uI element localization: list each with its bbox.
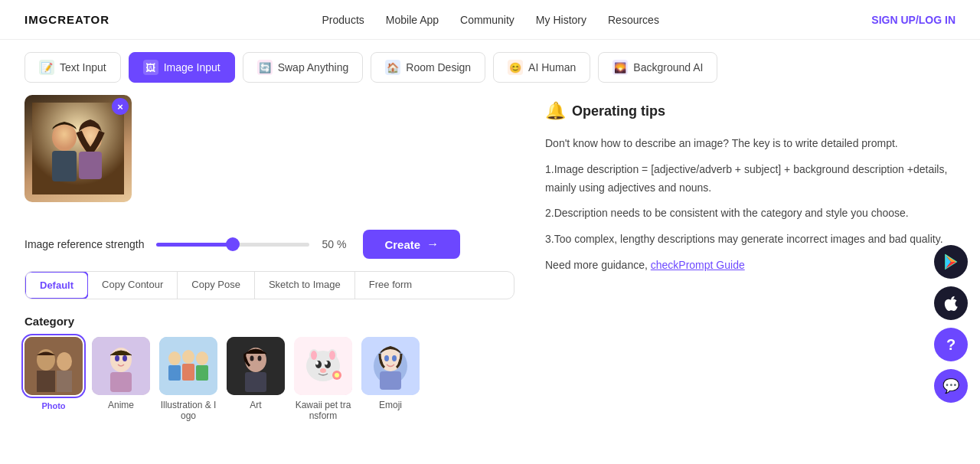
- room-design-icon: 🏠: [385, 60, 400, 75]
- couple-image: [32, 103, 124, 194]
- chat-button[interactable]: 💬: [934, 369, 968, 403]
- svg-point-37: [320, 368, 326, 373]
- prompt-guide-link[interactable]: checkPrompt Guide: [651, 259, 745, 271]
- tab-swap-anything[interactable]: 🔄 Swap Anything: [243, 52, 364, 83]
- svg-rect-26: [245, 372, 266, 392]
- style-tab-copy-contour[interactable]: Copy Contour: [88, 272, 178, 299]
- svg-point-12: [115, 355, 119, 361]
- tab-room-design[interactable]: 🏠 Room Design: [371, 52, 485, 83]
- text-input-icon: 📝: [39, 60, 54, 75]
- style-tab-free-form[interactable]: Free form: [355, 272, 426, 299]
- apple-button[interactable]: [934, 286, 968, 320]
- svg-point-44: [392, 355, 397, 361]
- google-play-icon: [942, 253, 959, 270]
- art-label: Art: [250, 400, 261, 410]
- signup-login-link[interactable]: SIGN UP/LOG IN: [871, 14, 956, 26]
- svg-point-39: [335, 373, 339, 377]
- emoji-thumbnail: [361, 337, 420, 395]
- category-emoji[interactable]: Emoji: [361, 337, 420, 421]
- emoji-label: Emoji: [379, 400, 402, 410]
- google-play-button[interactable]: [934, 245, 968, 279]
- create-button[interactable]: Create →: [363, 230, 460, 259]
- svg-rect-19: [182, 364, 194, 381]
- style-tab-default[interactable]: Default: [24, 271, 89, 299]
- category-art[interactable]: Art: [227, 337, 285, 421]
- svg-point-24: [250, 356, 254, 361]
- svg-rect-17: [168, 365, 181, 381]
- photo-label: Photo: [41, 401, 65, 410]
- tips-tip3: 3.Too complex, lengthy descriptions may …: [545, 230, 956, 249]
- category-kawaii[interactable]: Kawaii pet tra nsform: [294, 337, 352, 421]
- style-tab-copy-pose[interactable]: Copy Pose: [178, 272, 255, 299]
- swap-anything-icon: 🔄: [257, 60, 273, 75]
- strength-slider[interactable]: [156, 243, 309, 247]
- strength-label: Image reference strength: [24, 238, 144, 250]
- style-tabs: Default Copy Contour Copy Pose Sketch to…: [24, 271, 514, 299]
- ai-human-icon: 😊: [508, 60, 523, 75]
- bell-icon: 🔔: [545, 101, 566, 121]
- navbar: IMGCREATOR Products Mobile App Community…: [0, 0, 980, 40]
- logo: IMGCREATOR: [24, 13, 109, 26]
- svg-point-42: [380, 348, 401, 371]
- tips-guidance: Need more guidance, checkPrompt Guide: [545, 257, 956, 275]
- svg-rect-0: [32, 103, 124, 194]
- svg-rect-14: [110, 372, 132, 392]
- tab-ai-human[interactable]: 😊 AI Human: [493, 52, 590, 83]
- svg-rect-9: [57, 371, 72, 392]
- svg-point-20: [196, 351, 208, 365]
- svg-point-35: [315, 361, 318, 365]
- create-arrow-icon: →: [426, 237, 439, 251]
- tab-text-input[interactable]: 📝 Text Input: [24, 52, 121, 83]
- style-tab-sketch-to-image[interactable]: Sketch to Image: [255, 272, 355, 299]
- svg-rect-7: [37, 371, 55, 392]
- floating-buttons: ? 💬: [934, 245, 968, 403]
- svg-point-36: [325, 361, 328, 365]
- photo-thumbnail: [24, 337, 83, 395]
- nav-resources[interactable]: Resources: [608, 14, 659, 26]
- image-upload-area[interactable]: ×: [24, 95, 132, 202]
- category-photo[interactable]: Photo: [24, 337, 83, 421]
- svg-point-25: [258, 356, 262, 361]
- svg-rect-45: [380, 371, 401, 390]
- illustration-label: Illustration & I ogo: [159, 400, 217, 421]
- tips-tip2: 2.Description needs to be consistent wit…: [545, 204, 956, 223]
- svg-point-1: [52, 123, 77, 151]
- nav-right: SIGN UP/LOG IN: [871, 13, 956, 27]
- strength-row: Image reference strength 50 % Create →: [24, 230, 514, 259]
- tabs-row: 📝 Text Input 🖼 Image Input 🔄 Swap Anythi…: [0, 40, 980, 95]
- nav-products[interactable]: Products: [322, 14, 364, 26]
- kawaii-label: Kawaii pet tra nsform: [294, 400, 352, 421]
- svg-point-18: [182, 350, 194, 364]
- image-input-icon: 🖼: [143, 60, 158, 75]
- background-ai-icon: 🌄: [612, 60, 628, 75]
- category-illustration[interactable]: Illustration & I ogo: [159, 337, 217, 421]
- nav-my-history[interactable]: My History: [536, 14, 586, 26]
- nav-community[interactable]: Community: [460, 14, 514, 26]
- left-panel: × Image reference strength 50 % Create →…: [24, 95, 514, 421]
- close-image-button[interactable]: ×: [112, 98, 129, 115]
- svg-point-8: [57, 352, 72, 371]
- svg-rect-21: [196, 365, 208, 381]
- tab-image-input[interactable]: 🖼 Image Input: [129, 52, 235, 83]
- category-anime[interactable]: Anime: [92, 337, 150, 421]
- svg-point-32: [329, 351, 335, 360]
- svg-point-31: [311, 351, 317, 360]
- right-panel: 🔔 Operating tips Don't know how to descr…: [545, 95, 956, 421]
- tips-title: 🔔 Operating tips: [545, 101, 956, 121]
- anime-label: Anime: [108, 400, 134, 410]
- strength-percent: 50 %: [322, 238, 351, 250]
- svg-point-16: [168, 351, 181, 365]
- svg-point-13: [122, 355, 127, 361]
- category-grid: Photo Anime: [24, 337, 514, 421]
- illustration-thumbnail: [159, 337, 217, 395]
- nav-mobile-app[interactable]: Mobile App: [386, 14, 439, 26]
- category-label: Category: [24, 315, 514, 328]
- apple-icon: [943, 296, 959, 311]
- help-button[interactable]: ?: [934, 328, 968, 361]
- tips-tip1: 1.Image description = [adjective/adverb …: [545, 161, 956, 198]
- nav-links: Products Mobile App Community My History…: [322, 14, 659, 26]
- tab-background-ai[interactable]: 🌄 Background AI: [598, 52, 717, 83]
- svg-point-43: [384, 355, 389, 361]
- tips-intro: Don't know how to describe an image? The…: [545, 135, 956, 153]
- kawaii-thumbnail: [294, 337, 352, 395]
